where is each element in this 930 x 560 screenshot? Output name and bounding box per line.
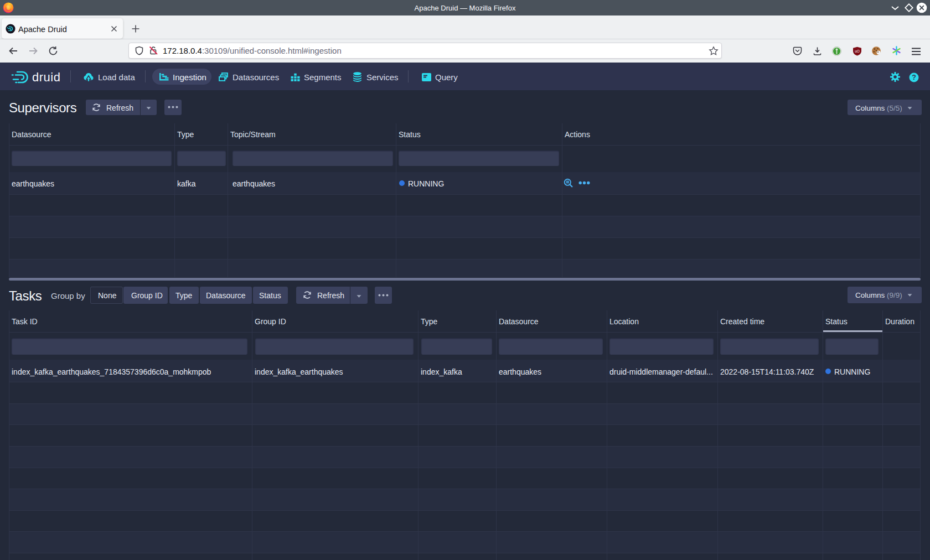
svg-text:?: ? xyxy=(912,74,916,81)
svg-text:uO: uO xyxy=(855,49,860,53)
